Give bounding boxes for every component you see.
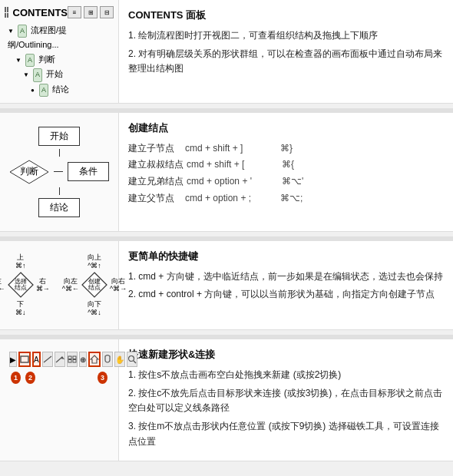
contents-left: CONTENTS ≡ ⊞ ⊟ ▼ A 流程图/提纲/Outlining... ▼… bbox=[0, 0, 119, 103]
row-flowchart: 开始 判断 条件 结论 创建结点 bbox=[0, 113, 453, 232]
svg-rect-3 bbox=[21, 356, 28, 362]
select-diamond: 选择结点 bbox=[7, 271, 35, 299]
dir-right-select: 右⌘→ bbox=[36, 277, 50, 294]
badge-1: 1 bbox=[11, 372, 21, 384]
toolbar-icons-row: ▶ A bbox=[9, 352, 109, 367]
contents-toolbar: ≡ ⊞ ⊟ bbox=[68, 6, 114, 18]
badges-row: 1 2 3 bbox=[9, 372, 109, 384]
toolbar-area: ▶ A bbox=[5, 345, 114, 387]
svg-line-13 bbox=[134, 361, 136, 363]
zoom-tool-icon[interactable] bbox=[127, 352, 137, 367]
svg-rect-10 bbox=[73, 360, 76, 363]
svg-line-4 bbox=[44, 356, 51, 362]
panel1-desc: 1. 绘制流程图时打开视图二，可查看组织结构及拖拽上下顺序 2. 对有明确层级关… bbox=[128, 28, 444, 77]
flowchart-right: 创建结点 建立子节点 cmd + shift + ] ⌘} 建立叔叔结点 cmd… bbox=[119, 113, 453, 231]
badge-3: 3 bbox=[98, 372, 107, 384]
toolbar-left: ▶ A bbox=[0, 339, 119, 461]
row-toolbar: ▶ A bbox=[0, 339, 453, 461]
tree-item-2-label: 判断 bbox=[38, 55, 55, 64]
shortcut-sibling: 建立兄弟结点 cmd + option + ' ⌘⌥' bbox=[128, 174, 444, 190]
dir-left-create: 向左^⌘← bbox=[62, 277, 79, 294]
shortcuts-right: 更简单的快捷键 1. cmd + 方向键，选中临近结点，前一步如果是在编辑状态，… bbox=[119, 241, 453, 329]
shortcut-child: 建立子节点 cmd + shift + ] ⌘} bbox=[128, 141, 444, 157]
main-container: CONTENTS ≡ ⊞ ⊟ ▼ A 流程图/提纲/Outlining... ▼… bbox=[0, 0, 453, 461]
create-mid-row: 向左^⌘← 创建结点 向右^⌘→ bbox=[62, 271, 127, 299]
fc-row-judge: 判断 条件 bbox=[9, 160, 109, 184]
panel3-desc: 1. cmd + 方向键，选中临近结点，前一步如果是在编辑状态，选过去也会保持 … bbox=[128, 269, 444, 303]
dir-left-select: 左⌘← bbox=[0, 277, 5, 294]
flowchart-left: 开始 判断 条件 结论 bbox=[0, 113, 119, 231]
tree-item-4-label: 结论 bbox=[52, 84, 69, 94]
diamonds-left: 上⌘↑ 左⌘← 选择结点 右⌘→ 下⌘↓ bbox=[0, 241, 119, 329]
grid-view-btn[interactable]: ⊞ bbox=[84, 6, 98, 18]
fc-arrow-right bbox=[54, 171, 63, 172]
panel2-shortcuts: 建立子节点 cmd + shift + ] ⌘} 建立叔叔结点 cmd + sh… bbox=[128, 141, 444, 207]
svg-rect-7 bbox=[68, 356, 71, 359]
row-diamonds: 上⌘↑ 左⌘← 选择结点 右⌘→ 下⌘↓ bbox=[0, 241, 453, 330]
contents-title: CONTENTS bbox=[13, 7, 68, 18]
create-diamond: 创建结点 bbox=[81, 271, 108, 299]
panel2-title: 创建结点 bbox=[128, 121, 444, 137]
panel3-title: 更简单的快捷键 bbox=[128, 249, 444, 265]
fc-node-judge: 判断 bbox=[9, 160, 49, 184]
fc-node-start: 开始 bbox=[38, 127, 80, 146]
tree-item-1-label: 流程图/提纲/Outlining... bbox=[8, 25, 67, 49]
fc-line-2 bbox=[59, 187, 60, 195]
grid-icon bbox=[5, 7, 8, 18]
panel1-title: CONTENTS 面板 bbox=[128, 8, 444, 24]
cursor-tool-icon[interactable]: ▶ bbox=[9, 352, 17, 367]
hand-tool-icon[interactable]: ✋ bbox=[114, 352, 125, 367]
row-contents: CONTENTS ≡ ⊞ ⊟ ▼ A 流程图/提纲/Outlining... ▼… bbox=[0, 0, 453, 104]
svg-marker-6 bbox=[61, 356, 64, 359]
svg-marker-11 bbox=[91, 355, 98, 363]
line-tool-icon[interactable] bbox=[42, 352, 53, 367]
create-node-group: 向上^⌘↑ 向左^⌘← 创建结点 向右^⌘→ 向下^⌘↓ bbox=[62, 253, 127, 317]
fc-node-condition: 条件 bbox=[68, 162, 109, 181]
list-view-btn[interactable]: ≡ bbox=[68, 6, 81, 18]
badge-2: 2 bbox=[25, 372, 35, 384]
flowchart: 开始 判断 条件 结论 bbox=[5, 119, 114, 225]
dir-up-create: 向上^⌘↑ bbox=[88, 253, 101, 270]
dir-down-create: 向下^⌘↓ bbox=[88, 300, 101, 317]
dir-up-select: 上⌘↑ bbox=[15, 253, 26, 270]
panel4-desc: 1. 按住s不放点击画布空白处拖拽来新建 (或按2切换) 2. 按住c不放先后点… bbox=[128, 368, 444, 450]
select-mid-row: 左⌘← 选择结点 右⌘→ bbox=[0, 271, 50, 299]
contents-header: CONTENTS ≡ ⊞ ⊟ bbox=[5, 6, 114, 18]
rect-tool-icon[interactable] bbox=[18, 352, 31, 367]
toolbar-right: 快速新建形状&连接 1. 按住s不放点击画布空白处拖拽来新建 (或按2切换) 2… bbox=[119, 339, 453, 461]
svg-point-12 bbox=[128, 356, 134, 362]
tree-item-4[interactable]: ● A 结论 bbox=[8, 82, 114, 97]
fc-line-1 bbox=[59, 149, 60, 157]
magnet-tool-icon[interactable] bbox=[102, 352, 113, 367]
text-tool-icon[interactable]: A bbox=[32, 352, 41, 367]
outline-view-btn[interactable]: ⊟ bbox=[100, 6, 114, 18]
grid-tool-icon[interactable] bbox=[67, 352, 78, 367]
tree: ▼ A 流程图/提纲/Outlining... ▼ A 判断 ▼ A 开始 ● … bbox=[5, 23, 114, 97]
tree-item-2[interactable]: ▼ A 判断 bbox=[8, 52, 114, 67]
add-tool-icon[interactable]: ⊕ bbox=[79, 352, 87, 367]
shortcut-uncle: 建立叔叔结点 cmd + shift + [ ⌘{ bbox=[128, 157, 444, 173]
shortcut-parent: 建立父节点 cmd + option + ; ⌘⌥; bbox=[128, 191, 444, 207]
dir-down-select: 下⌘↓ bbox=[15, 300, 26, 317]
tree-item-3-label: 开始 bbox=[46, 69, 63, 78]
svg-rect-8 bbox=[73, 356, 76, 359]
arrow-tool-icon[interactable] bbox=[55, 352, 65, 367]
contents-right: CONTENTS 面板 1. 绘制流程图时打开视图二，可查看组织结构及拖拽上下顺… bbox=[119, 0, 453, 103]
home-tool-icon[interactable] bbox=[88, 352, 101, 367]
panel4-title: 快速新建形状&连接 bbox=[128, 347, 444, 363]
tree-item-3[interactable]: ▼ A 开始 bbox=[8, 67, 114, 81]
fc-node-result: 结论 bbox=[38, 198, 80, 217]
svg-rect-9 bbox=[68, 360, 71, 363]
diamonds-area: 上⌘↑ 左⌘← 选择结点 右⌘→ 下⌘↓ bbox=[5, 247, 114, 323]
tree-item-1[interactable]: ▼ A 流程图/提纲/Outlining... bbox=[8, 23, 114, 52]
select-node-group: 上⌘↑ 左⌘← 选择结点 右⌘→ 下⌘↓ bbox=[0, 253, 50, 317]
